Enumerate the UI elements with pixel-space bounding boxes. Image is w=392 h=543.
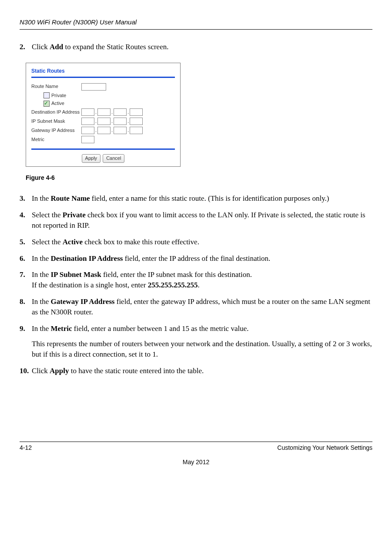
metric-input[interactable] — [81, 136, 94, 143]
step-2: 2. Click Add to expand the Static Routes… — [20, 42, 372, 52]
active-checkbox[interactable] — [44, 101, 50, 107]
step-number: 8. — [20, 297, 32, 317]
divider — [31, 77, 175, 78]
divider — [31, 148, 175, 150]
bold: Route Name — [50, 194, 90, 202]
step-6: 6. In the Destination IP Address field, … — [20, 253, 372, 264]
step-number: 4. — [20, 210, 32, 231]
step-8: 8. In the Gateway IP Address field, ente… — [20, 297, 372, 317]
dest-ip-octet-1[interactable] — [81, 108, 94, 116]
step-9: 9. In the Metric field, enter a number b… — [20, 324, 372, 360]
gateway-octet-2[interactable] — [97, 127, 111, 134]
subnet-octet-1[interactable] — [81, 118, 94, 125]
bold: Gateway IP Address — [50, 297, 114, 306]
dest-ip-label: Destination IP Address — [31, 109, 81, 115]
route-name-input[interactable] — [81, 83, 106, 91]
paragraph: This represents the number of routers be… — [32, 339, 372, 360]
step-text: In the IP Subnet Mask field, enter the I… — [32, 270, 372, 290]
step-7: 7. In the IP Subnet Mask field, enter th… — [20, 270, 372, 290]
text: . — [198, 281, 200, 289]
text: field, enter a name for this static rout… — [90, 194, 329, 202]
dot: . — [95, 127, 97, 134]
metric-label: Metric — [31, 136, 81, 143]
step-text: Click Add to expand the Static Routes sc… — [32, 42, 372, 52]
text: field, enter a number between 1 and 15 a… — [72, 324, 249, 333]
bold: Destination IP Address — [50, 254, 123, 263]
step-10: 10. Click Apply to have the static route… — [20, 366, 372, 376]
text: check box to make this route effective. — [83, 238, 199, 246]
dialog-title: Static Routes — [31, 67, 175, 75]
dest-ip-octet-3[interactable] — [114, 108, 127, 116]
step-number: 7. — [20, 270, 32, 290]
dest-ip-octet-2[interactable] — [97, 108, 111, 116]
step-3: 3. In the Route Name field, enter a name… — [20, 193, 372, 204]
private-checkbox[interactable] — [44, 92, 50, 98]
text: Select the — [32, 238, 63, 246]
dot: . — [111, 118, 113, 125]
subnet-octet-4[interactable] — [130, 118, 143, 125]
manual-header: N300 WiFi Router (N300R) User Manual — [20, 17, 372, 30]
text: If the destination is a single host, ent… — [32, 281, 148, 289]
subnet-octet-2[interactable] — [97, 118, 111, 125]
text: In the — [32, 194, 50, 202]
step-text: Click Apply to have the static route ent… — [32, 366, 372, 376]
step-number: 10. — [20, 366, 32, 376]
private-label: Private — [51, 92, 66, 99]
subnet-label: IP Subnet Mask — [31, 118, 81, 125]
active-label: Active — [51, 100, 64, 107]
dot: . — [127, 118, 129, 125]
step-number: 6. — [20, 253, 32, 264]
step-5: 5. Select the Active check box to make t… — [20, 237, 372, 247]
gateway-octet-4[interactable] — [130, 127, 143, 134]
bold: Active — [63, 238, 83, 246]
text: to expand the Static Routes screen. — [63, 43, 168, 51]
dot: . — [95, 118, 97, 125]
apply-button[interactable]: Apply — [82, 154, 101, 162]
dot: . — [127, 127, 129, 134]
bold: 255.255.255.255 — [148, 281, 198, 289]
static-routes-dialog: Static Routes Route Name Private Active … — [26, 63, 181, 167]
step-text: Select the Active check box to make this… — [32, 237, 372, 247]
bold: Metric — [50, 324, 72, 333]
step-text: Select the Private check box if you want… — [32, 210, 372, 231]
step-text: In the Destination IP Address field, ent… — [32, 253, 372, 264]
dot: . — [111, 127, 113, 134]
text: In the — [32, 324, 50, 333]
dot: . — [95, 109, 97, 115]
text: In the — [32, 270, 50, 279]
bold: Apply — [50, 367, 69, 375]
step-number: 5. — [20, 237, 32, 247]
step-number: 2. — [20, 42, 32, 52]
gateway-octet-1[interactable] — [81, 127, 94, 134]
step-text: In the Gateway IP Address field, enter t… — [32, 297, 372, 317]
gateway-octet-3[interactable] — [114, 127, 127, 134]
subnet-octet-3[interactable] — [114, 118, 127, 125]
text: In the — [32, 297, 50, 306]
page-footer: 4-12 Customizing Your Network Settings M… — [20, 442, 372, 467]
step-4: 4. Select the Private check box if you w… — [20, 210, 372, 231]
bold: IP Subnet Mask — [50, 270, 101, 279]
text: field, enter the IP address of the final… — [123, 254, 270, 263]
dest-ip-octet-4[interactable] — [130, 108, 143, 116]
section-title: Customizing Your Network Settings — [277, 444, 372, 452]
dot: . — [111, 109, 113, 115]
cancel-button[interactable]: Cancel — [103, 154, 124, 162]
page-number: 4-12 — [20, 444, 32, 452]
bold: Add — [50, 43, 63, 51]
gateway-label: Gateway IP Address — [31, 127, 81, 134]
text: In the — [32, 254, 50, 263]
step-text: In the Route Name field, enter a name fo… — [32, 193, 372, 204]
route-name-label: Route Name — [31, 83, 81, 90]
footer-date: May 2012 — [20, 458, 372, 467]
dot: . — [127, 109, 129, 115]
step-number: 3. — [20, 193, 32, 204]
text: to have the static route entered into th… — [69, 367, 204, 375]
text: Click — [32, 43, 50, 51]
figure-caption: Figure 4-6 — [26, 174, 372, 182]
bold: Private — [63, 211, 86, 219]
step-text: In the Metric field, enter a number betw… — [32, 324, 372, 360]
step-number: 9. — [20, 324, 32, 360]
text: field, enter the IP subnet mask for this… — [101, 270, 252, 279]
text: Click — [32, 367, 50, 375]
text: Select the — [32, 211, 63, 219]
